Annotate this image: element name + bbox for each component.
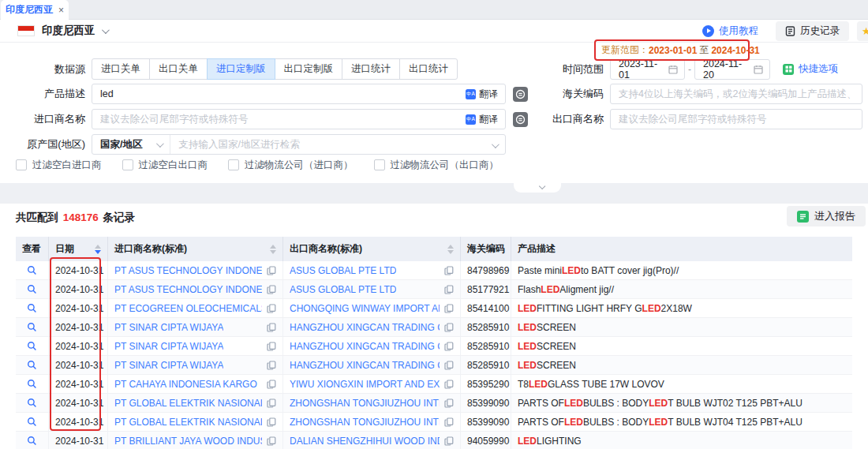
importer-link[interactable]: PT CAHAYA INDONESIA KARGO — [114, 379, 257, 390]
favorite-button[interactable]: ★ — [857, 21, 868, 41]
copy-icon[interactable] — [444, 417, 454, 427]
date-end-input[interactable]: 2024-11-20 — [694, 59, 770, 80]
copy-icon[interactable] — [267, 304, 276, 313]
importer-link[interactable]: PT ASUS TECHNOLOGY INDONESIA BA... — [114, 284, 262, 295]
copy-icon[interactable] — [444, 398, 454, 408]
copy-icon[interactable] — [444, 361, 454, 370]
copy-icon[interactable] — [267, 417, 276, 427]
copy-icon[interactable] — [444, 285, 454, 294]
copy-icon[interactable] — [267, 398, 276, 408]
sort-icon[interactable] — [265, 245, 276, 254]
magnifier-icon[interactable] — [27, 398, 37, 408]
view-cell[interactable] — [16, 432, 49, 449]
sort-icon[interactable] — [90, 245, 101, 254]
quick-options-link[interactable]: 快捷选项 — [783, 62, 838, 76]
magnifier-icon[interactable] — [27, 303, 37, 313]
source-tab[interactable]: 出口定制版 — [275, 58, 343, 80]
checkbox-icon[interactable] — [374, 159, 385, 170]
magnifier-icon[interactable] — [27, 417, 37, 427]
importer-link[interactable]: PT ASUS TECHNOLOGY INDONESIA BA... — [114, 265, 262, 276]
magnifier-icon[interactable] — [27, 379, 37, 389]
copy-icon[interactable] — [267, 266, 276, 275]
hs-code-input[interactable] — [611, 84, 862, 103]
importer-link[interactable]: PT SINAR CIPTA WIJAYA — [114, 341, 223, 352]
exporter-link[interactable]: ZHONGSHAN TONGJIUZHOU INTERNA... — [290, 398, 440, 409]
product-desc-input[interactable] — [92, 84, 466, 103]
checkbox-icon[interactable] — [228, 159, 239, 170]
exporter-input[interactable] — [611, 110, 862, 129]
view-cell[interactable] — [16, 337, 49, 355]
translate-button[interactable]: 中A 翻译 — [466, 88, 505, 101]
ocr-capture-icon[interactable] — [513, 87, 528, 102]
filter-checkbox[interactable]: 过滤空白进口商 — [16, 159, 102, 172]
view-cell[interactable] — [16, 394, 49, 412]
copy-icon[interactable] — [444, 323, 454, 332]
copy-icon[interactable] — [444, 342, 454, 351]
close-icon[interactable]: × — [58, 5, 64, 16]
header-importer[interactable]: 进口商名称(标准) — [108, 237, 283, 261]
magnifier-icon[interactable] — [27, 436, 37, 446]
copy-icon[interactable] — [267, 380, 276, 389]
collapse-panel-button[interactable] — [514, 183, 561, 193]
header-exporter[interactable]: 出口商名称(标准) — [283, 237, 461, 261]
origin-type-select[interactable]: 国家/地区 — [92, 135, 170, 154]
view-cell[interactable] — [16, 318, 49, 336]
view-cell[interactable] — [16, 375, 49, 393]
exporter-link[interactable]: HANGZHOU XINGCAN TRADING CO LTD — [290, 341, 440, 352]
magnifier-icon[interactable] — [27, 265, 37, 275]
ocr-capture-icon[interactable] — [513, 112, 528, 127]
tab-indonesia[interactable]: 印度尼西亚 × — [1, 0, 69, 20]
source-tab[interactable]: 进口关单 — [92, 58, 150, 80]
importer-link[interactable]: PT ECOGREEN OLEOCHEMICALS — [114, 303, 262, 314]
chevron-down-icon[interactable] — [485, 137, 505, 152]
chevron-down-icon[interactable] — [101, 26, 109, 34]
exporter-link[interactable]: HANGZHOU XINGCAN TRADING CO LTD — [290, 360, 440, 371]
magnifier-icon[interactable] — [27, 322, 37, 332]
country-selector[interactable]: 印度尼西亚 — [42, 24, 95, 38]
copy-icon[interactable] — [444, 380, 454, 389]
date-start-input[interactable]: 2023-11-01 — [610, 59, 685, 80]
tutorial-link[interactable]: 使用教程 — [702, 24, 758, 38]
magnifier-icon[interactable] — [27, 360, 37, 370]
source-tab[interactable]: 进口定制版 — [207, 58, 275, 80]
exporter-link[interactable]: ZHONGSHAN TONGJIUZHOU INTERNA... — [290, 417, 440, 428]
translate-button[interactable]: 中A 翻译 — [466, 113, 505, 126]
copy-icon[interactable] — [444, 304, 454, 313]
importer-link[interactable]: PT GLOBAL ELEKTRIK NASIONAL — [114, 398, 262, 409]
source-tab[interactable]: 出口统计 — [399, 58, 458, 80]
view-cell[interactable] — [16, 413, 49, 431]
source-tab[interactable]: 出口关单 — [149, 58, 208, 80]
exporter-link[interactable]: CHONGQING WINWAY IMPORT AND E... — [290, 303, 440, 314]
history-button[interactable]: 历史记录 — [776, 21, 849, 41]
origin-search-input[interactable] — [170, 135, 485, 154]
filter-checkbox[interactable]: 过滤空白出口商 — [122, 159, 208, 172]
filter-checkbox[interactable]: 过滤物流公司（进口商） — [228, 159, 354, 172]
enter-report-button[interactable]: 进入报告 — [787, 206, 866, 226]
exporter-link[interactable]: ASUS GLOBAL PTE LTD — [290, 265, 396, 276]
copy-icon[interactable] — [444, 436, 454, 446]
importer-link[interactable]: PT GLOBAL ELEKTRIK NASIONAL — [114, 417, 262, 428]
exporter-link[interactable]: ASUS GLOBAL PTE LTD — [290, 284, 396, 295]
source-tab[interactable]: 进口统计 — [342, 58, 400, 80]
exporter-link[interactable]: YIWU XIONGXIN IMPORT AND EXPORT... — [290, 379, 440, 390]
view-cell[interactable] — [16, 280, 49, 298]
importer-link[interactable]: PT BRILLIANT JAYA WOOD INDUSTRY — [114, 436, 262, 447]
exporter-link[interactable]: DALIAN SHENGZHIHUI WOOD INDUST... — [290, 436, 440, 447]
header-date[interactable]: 日期 — [49, 237, 108, 261]
view-cell[interactable] — [16, 356, 49, 374]
copy-icon[interactable] — [267, 436, 276, 446]
magnifier-icon[interactable] — [27, 284, 37, 294]
copy-icon[interactable] — [267, 323, 276, 332]
checkbox-icon[interactable] — [122, 159, 133, 170]
sort-icon[interactable] — [443, 245, 454, 254]
importer-link[interactable]: PT SINAR CIPTA WIJAYA — [114, 360, 223, 371]
view-cell[interactable] — [16, 299, 49, 317]
magnifier-icon[interactable] — [27, 341, 37, 351]
copy-icon[interactable] — [267, 361, 276, 370]
copy-icon[interactable] — [444, 266, 454, 275]
copy-icon[interactable] — [267, 342, 276, 351]
exporter-link[interactable]: HANGZHOU XINGCAN TRADING CO LTD — [290, 322, 440, 333]
filter-checkbox[interactable]: 过滤物流公司（出口商） — [374, 159, 499, 172]
checkbox-icon[interactable] — [16, 159, 27, 170]
importer-link[interactable]: PT SINAR CIPTA WIJAYA — [114, 322, 223, 333]
